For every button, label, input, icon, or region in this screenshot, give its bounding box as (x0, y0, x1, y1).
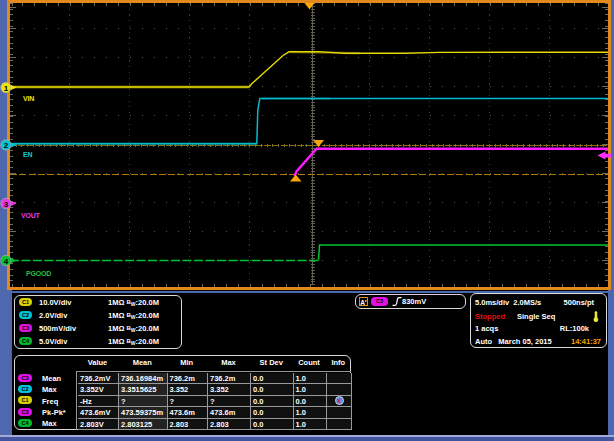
svg-text:1: 1 (4, 84, 9, 93)
svg-text:3: 3 (4, 200, 9, 209)
svg-text:2: 2 (4, 141, 9, 150)
svg-text:4: 4 (4, 257, 9, 266)
